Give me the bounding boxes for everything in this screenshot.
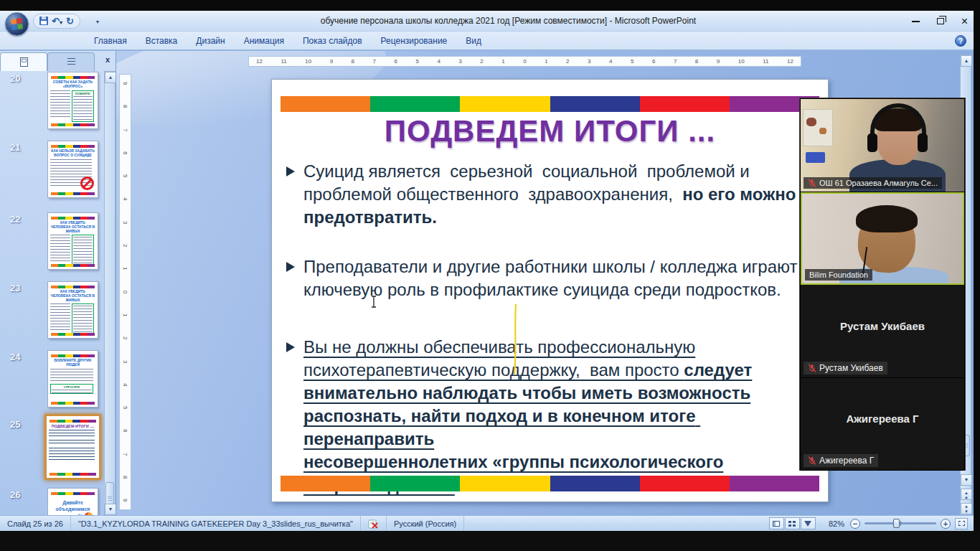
background-object xyxy=(806,118,816,126)
zoom-slider-handle[interactable] xyxy=(893,519,900,528)
thumb-title: КАК УБЕДИТЬ ЧЕЛОВЕКА ОСТАТЬСЯ В ЖИВЫХ xyxy=(50,290,95,302)
thumb-title: Давайте объединимся ради детей! xyxy=(50,499,95,515)
prohibition-icon xyxy=(80,176,94,190)
scroll-down-button[interactable]: ▼ xyxy=(105,504,116,515)
next-slide-button[interactable]: ▼▼ xyxy=(961,503,972,514)
minimize-button[interactable] xyxy=(912,21,920,22)
save-button[interactable] xyxy=(39,15,48,28)
participant-name-label: Bilim Foundation xyxy=(805,269,872,281)
participant-display-name: Ажигереева Г xyxy=(801,413,964,425)
close-pane-button[interactable]: x xyxy=(103,55,113,64)
slide-canvas[interactable]: ПОДВЕДЕМ ИТОГИ ... Суицид является серье… xyxy=(271,79,829,502)
text-lines xyxy=(52,390,92,393)
slide-thumbnail-26[interactable]: Давайте объединимся ради детей! xyxy=(47,488,98,515)
scroll-up-button[interactable]: ▲ xyxy=(105,72,116,83)
text-lines xyxy=(50,235,70,263)
zoom-slider[interactable] xyxy=(864,522,936,524)
tab-view[interactable]: Вид xyxy=(456,33,491,49)
stripe-bar xyxy=(51,76,95,79)
slides-pane-scrollbar[interactable]: ▲ ▼ xyxy=(104,71,116,515)
scroll-up-button[interactable]: ▲ xyxy=(961,55,972,67)
normal-view-button[interactable] xyxy=(769,517,784,529)
slideshow-button[interactable] xyxy=(801,517,816,529)
view-buttons xyxy=(769,517,816,529)
redo-button[interactable]: ↻ xyxy=(66,17,74,26)
stripe-bar xyxy=(51,264,95,267)
screen-right-black-strip xyxy=(974,0,980,551)
fit-to-window-icon xyxy=(958,521,965,526)
thumb-title: СОВЕТЫ КАК ЗАДАТЬ «ВОПРОС» xyxy=(50,80,95,89)
slide-title[interactable]: ПОДВЕДЕМ ИТОГИ ... xyxy=(272,114,828,149)
tab-animation[interactable]: Анимация xyxy=(235,33,293,49)
tab-design[interactable]: Дизайн xyxy=(187,33,234,49)
headphone-cup xyxy=(918,133,928,152)
stripe-bar xyxy=(51,217,95,220)
participant-tile-no-video-2[interactable]: Ажигереева Г Ажигереева Г xyxy=(801,378,964,471)
slide-thumbnail-22[interactable]: КАК УБЕДИТЬ ЧЕЛОВЕКА ОСТАТЬСЯ В ЖИВЫХ xyxy=(47,212,98,270)
previous-slide-button[interactable]: ▲▲ xyxy=(961,489,972,500)
work-area: x 20 21 22 23 24 25 26 СОВЕТЫ КАК ЗАДАТЬ… xyxy=(0,51,974,515)
close-button[interactable]: × xyxy=(961,16,968,27)
stripe-bar xyxy=(51,354,95,357)
undo-button[interactable]: ↶▾ xyxy=(52,17,62,26)
zoom-participants-panel[interactable]: ОШ 61 Оразаева Алмагуль Се... Bilim Foun… xyxy=(800,98,965,470)
slide-body-text[interactable]: Суицид является серьезной социальной про… xyxy=(285,160,824,496)
slide-number: 21 xyxy=(10,142,34,153)
text-lines xyxy=(73,96,93,121)
background-object xyxy=(819,128,826,134)
quick-access-toolbar: ↶▾ ↻ xyxy=(33,14,80,29)
slide-number: 23 xyxy=(10,283,34,293)
participant-tile-video-2-active-speaker[interactable]: Bilim Foundation xyxy=(801,192,964,286)
qat-customize-dropdown[interactable]: ▾ xyxy=(96,19,99,25)
slide-thumbnail-21[interactable]: КАК НЕЛЬЗЯ ЗАДАВАТЬ ВОПРОС О СУИЦИДЕ xyxy=(47,141,98,198)
restore-button[interactable] xyxy=(937,18,944,24)
screen: ↶▾ ↻ ▾ обучение персонала школы колледжа… xyxy=(0,0,980,551)
powerpoint-window: ↶▾ ↻ ▾ обучение персонала школы колледжа… xyxy=(0,11,974,531)
horizontal-ruler[interactable]: 1211109876543210123456789101112 xyxy=(248,56,801,67)
tab-insert[interactable]: Вставка xyxy=(136,33,187,49)
vertical-ruler[interactable]: 9876543210123456789 xyxy=(119,74,131,510)
bullet-item: Суицид является серьезной социальной про… xyxy=(285,160,824,229)
tab-review[interactable]: Рецензирование xyxy=(372,33,457,49)
fit-to-window-button[interactable] xyxy=(955,518,968,529)
tab-outline[interactable] xyxy=(47,52,95,71)
language-indicator[interactable]: Русский (Россия) xyxy=(387,516,464,531)
slide-counter: Слайд 25 из 26 xyxy=(0,516,71,531)
slides-pane: x 20 21 22 23 24 25 26 СОВЕТЫ КАК ЗАДАТЬ… xyxy=(0,51,116,515)
tab-home[interactable]: Главная xyxy=(85,33,136,49)
zoom-out-button[interactable]: − xyxy=(850,519,860,529)
text-lines xyxy=(50,303,70,332)
text-lines xyxy=(49,430,95,437)
stripe-bar xyxy=(51,333,95,336)
help-button[interactable]: ? xyxy=(955,35,966,47)
stripe-bar xyxy=(51,492,95,495)
spellcheck-icon xyxy=(368,519,379,529)
slide-thumbnail-24[interactable]: ВОВЛЕКИТЕ ДРУГИХ ЛЮДЕЙ СПРОСИТЕ xyxy=(47,350,98,408)
scroll-down-button[interactable]: ▼ xyxy=(961,474,972,486)
slide-thumbnail-20[interactable]: СОВЕТЫ КАК ЗАДАТЬ «ВОПРОС» ПОМНИТЕ! xyxy=(47,72,98,129)
title-bar: ↶▾ ↻ ▾ обучение персонала школы колледжа… xyxy=(0,11,974,32)
tab-slideshow[interactable]: Показ слайдов xyxy=(293,33,372,49)
slides-tab-icon xyxy=(20,57,28,67)
headphones xyxy=(870,103,926,135)
slide-number: 24 xyxy=(10,352,34,362)
undo-dropdown-icon[interactable]: ▾ xyxy=(60,19,62,26)
slide-bottom-stripe-bar xyxy=(281,476,819,491)
zoom-level[interactable]: 82% xyxy=(829,519,844,528)
yellow-pen-annotation xyxy=(512,304,518,375)
participant-name-label: Рустам Укибаев xyxy=(804,362,887,375)
slide-sorter-button[interactable] xyxy=(785,517,800,529)
slide-thumbnail-25-selected[interactable]: ПОДВЕДЕМ ИТОГИ .... xyxy=(44,414,101,480)
headphone-cup xyxy=(867,133,877,152)
screen-bottom-black-strip xyxy=(0,531,980,551)
slide-thumbnail-23[interactable]: КАК УБЕДИТЬ ЧЕЛОВЕКА ОСТАТЬСЯ В ЖИВЫХ xyxy=(47,281,98,339)
participant-tile-no-video-1[interactable]: Рустам Укибаев Рустам Укибаев xyxy=(801,285,964,378)
participant-tile-video-1[interactable]: ОШ 61 Оразаева Алмагуль Се... xyxy=(801,99,964,192)
office-button[interactable] xyxy=(5,12,29,36)
zoom-in-button[interactable]: + xyxy=(941,519,951,529)
background-shelf xyxy=(803,109,833,146)
spellcheck-status[interactable] xyxy=(361,516,387,531)
green-note-box xyxy=(72,303,94,335)
tab-slides-thumbnails[interactable] xyxy=(0,52,47,71)
screen-top-black-strip xyxy=(0,0,980,11)
